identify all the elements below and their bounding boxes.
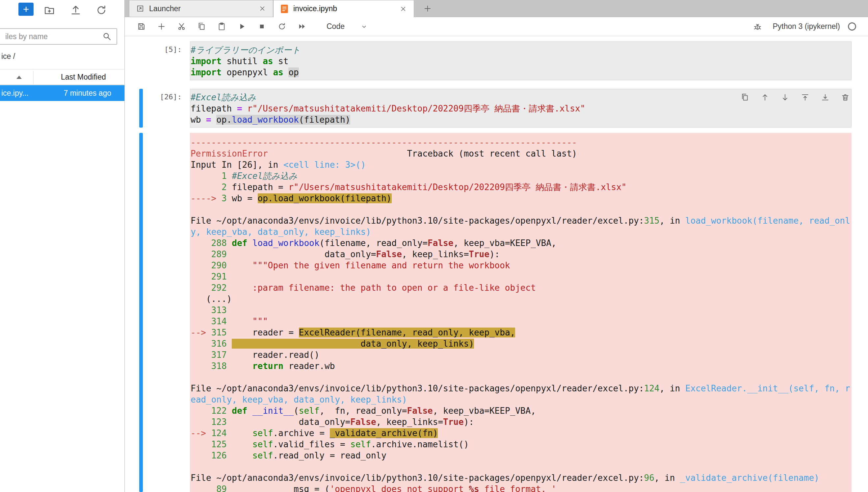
kernel-name[interactable]: Python 3 (ipykernel): [773, 22, 840, 31]
code-line: 2 filepath = r"/Users/matsushitatakemiti…: [191, 181, 848, 193]
code-line: 289 data_only=False, keep_links=True):: [191, 249, 848, 260]
kernel-group: Python 3 (ipykernel): [751, 20, 856, 33]
copy-icon: [197, 22, 206, 31]
search-icon: [102, 31, 112, 42]
code-line: ----------------------------------------…: [191, 137, 848, 148]
notebook-toolbar: Code Python 3 (ipykernel): [125, 17, 868, 36]
code-line: 126 self.read_only = read_only: [191, 450, 848, 461]
code-line: 317 reader.read(): [191, 349, 848, 361]
tab-bar: Launcher invoice.ipynb: [125, 0, 868, 17]
new-tab-button[interactable]: [421, 2, 434, 15]
code-line: PermissionError Traceback (most recent c…: [191, 148, 848, 159]
code-line: wb = op.load_workbook(filepath): [191, 114, 847, 125]
code-line: 125 self.valid_files = self.archive.name…: [191, 439, 848, 450]
tab-invoice-notebook[interactable]: invoice.ipynb: [273, 0, 414, 17]
cell-toolbar: [729, 93, 849, 102]
file-modified: 7 minutes ago: [64, 89, 111, 98]
notebook-panel: [5]: #ライブラリーのインポートimport shutil as stimp…: [125, 36, 868, 492]
code-line: 290 """Open the given filename and retur…: [191, 260, 848, 271]
new-launcher-button[interactable]: +: [19, 3, 33, 16]
restart-icon: [278, 22, 286, 31]
code-line: [191, 461, 848, 472]
code-line: 318 return reader.wb: [191, 361, 848, 372]
file-browser-column-header[interactable]: Last Modified: [0, 69, 124, 85]
restart-run-all-button[interactable]: [295, 20, 308, 33]
launcher-icon: [136, 4, 144, 13]
code-line: 288 def load_workbook(filename, read_onl…: [191, 238, 848, 249]
kernel-status-indicator: [848, 22, 856, 31]
code-cell-editor[interactable]: #ライブラリーのインポートimport shutil as stimport o…: [190, 42, 851, 80]
refresh-icon[interactable]: [95, 4, 107, 16]
file-name: ice.ipy...: [1, 89, 64, 98]
cell-type-value: Code: [327, 22, 345, 31]
move-cell-down-button[interactable]: [780, 93, 789, 102]
insert-cell-below-button[interactable]: [821, 93, 829, 102]
save-button[interactable]: [135, 20, 148, 33]
code-line: --> 315 reader = ExcelReader(filename, r…: [191, 327, 848, 338]
paste-icon: [217, 22, 226, 31]
debugger-button[interactable]: [751, 20, 764, 33]
bug-icon: [753, 22, 762, 31]
insert-below-icon: [821, 93, 829, 102]
breadcrumb[interactable]: ice /: [1, 52, 15, 61]
cut-icon: [177, 22, 186, 31]
fast-forward-icon: [298, 22, 306, 31]
copy-cells-button[interactable]: [195, 20, 208, 33]
notebook-icon: [280, 4, 289, 14]
restart-kernel-button[interactable]: [275, 20, 288, 33]
code-line: 316 data_only, keep_links): [191, 338, 848, 349]
close-tab-icon[interactable]: [398, 4, 408, 14]
code-line: File ~/opt/anaconda3/envs/invoice/lib/py…: [191, 472, 848, 484]
paste-cells-button[interactable]: [215, 20, 228, 33]
output-collapser[interactable]: [139, 133, 143, 492]
code-line: filepath = r"/Users/matsushitatakemiti/D…: [191, 103, 847, 114]
code-line: 292 :param filename: the path to open or…: [191, 282, 848, 293]
column-divider: [33, 71, 33, 84]
arrow-up-icon: [761, 93, 769, 102]
plus-icon: [157, 22, 166, 31]
cut-cells-button[interactable]: [175, 20, 188, 33]
cell-type-dropdown[interactable]: Code: [327, 22, 368, 31]
last-modified-header[interactable]: Last Modified: [61, 73, 106, 81]
code-line: #ライブラリーのインポート: [191, 44, 847, 55]
code-line: ead_only, keep_vba, data_only, keep_link…: [191, 394, 848, 405]
run-cell-button[interactable]: [235, 20, 248, 33]
stop-icon: [257, 22, 266, 31]
code-line: 89 msg = ('openpyxl does not support %s …: [191, 484, 848, 492]
run-icon: [237, 22, 246, 31]
upload-icon[interactable]: [70, 4, 81, 16]
tab-label: Launcher: [149, 4, 181, 13]
code-line: --> 124 self.archive = _validate_archive…: [191, 427, 848, 439]
close-tab-icon[interactable]: [257, 3, 267, 14]
arrow-down-icon: [781, 93, 789, 102]
sort-ascending-icon: [17, 76, 22, 79]
interrupt-kernel-button[interactable]: [255, 20, 268, 33]
code-line: 122 def __init__(self, fn, read_only=Fal…: [191, 405, 848, 416]
tab-launcher[interactable]: Launcher: [129, 0, 273, 17]
insert-cell-button[interactable]: [155, 20, 168, 33]
delete-cell-button[interactable]: [841, 93, 849, 102]
code-line: 313: [191, 304, 848, 316]
code-line: 1 #Excel読み込み: [191, 170, 848, 181]
code-line: 123 data_only=False, keep_links=True):: [191, 416, 848, 427]
new-folder-icon[interactable]: [43, 4, 55, 16]
duplicate-cell-button[interactable]: [740, 93, 749, 102]
code-line: [191, 372, 848, 383]
duplicate-icon: [741, 93, 749, 102]
code-line: (...): [191, 293, 848, 304]
move-cell-up-button[interactable]: [760, 93, 769, 102]
error-output: ----------------------------------------…: [190, 133, 851, 492]
code-line: import openpyxl as op: [191, 67, 847, 78]
filter-files-placeholder: iles by name: [5, 32, 102, 41]
main-area: Launcher invoice.ipynb: [125, 0, 868, 492]
execution-count: [5]:: [125, 44, 182, 55]
file-browser-toolbar: +: [0, 0, 124, 20]
code-line: Input In [26], in <cell line: 3>(): [191, 159, 848, 170]
trash-icon: [841, 93, 849, 102]
insert-cell-above-button[interactable]: [800, 93, 810, 102]
insert-above-icon: [801, 93, 810, 102]
code-line: File ~/opt/anaconda3/envs/invoice/lib/py…: [191, 215, 848, 226]
file-row-invoice-notebook[interactable]: ice.ipy... 7 minutes ago: [0, 85, 124, 101]
execution-count: [26]:: [125, 92, 182, 103]
filter-files-input[interactable]: iles by name: [0, 28, 117, 45]
